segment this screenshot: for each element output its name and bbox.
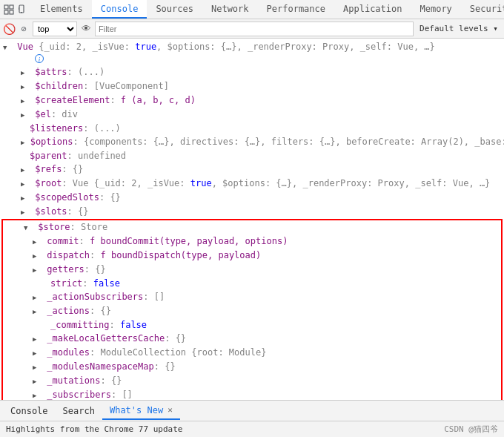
highlighted-store-section: $store: Store commit: f boundCommit(type… bbox=[1, 219, 503, 400]
svg-rect-3 bbox=[10, 10, 13, 14]
commit-expand[interactable] bbox=[33, 235, 42, 248]
tab-memory[interactable]: Memory bbox=[411, 0, 461, 19]
line-strict[interactable]: strict: false bbox=[3, 277, 501, 290]
line-el[interactable]: $el: div bbox=[0, 108, 504, 122]
clear-icon[interactable]: 🚫 bbox=[3, 23, 15, 35]
line-mutations[interactable]: _mutations: {} bbox=[3, 374, 501, 388]
line-scopedslots[interactable]: $scopedSlots: {} bbox=[0, 191, 504, 205]
filter-input[interactable] bbox=[95, 22, 414, 36]
getters-expand[interactable] bbox=[33, 263, 42, 276]
line-parent[interactable]: $parent: undefined bbox=[0, 149, 504, 162]
mutations-expand[interactable] bbox=[33, 375, 42, 387]
svg-rect-2 bbox=[4, 10, 8, 14]
actions-expand[interactable] bbox=[33, 305, 42, 318]
bottom-tab-whatsnew[interactable]: What's New ✕ bbox=[102, 402, 180, 420]
line-listeners[interactable]: $listeners: (...) bbox=[0, 122, 504, 135]
line-slots[interactable]: $slots: {} bbox=[0, 205, 504, 219]
settings-icon[interactable]: ⊘ bbox=[18, 23, 30, 35]
dispatch-expand[interactable] bbox=[33, 249, 42, 262]
children-expand[interactable] bbox=[21, 80, 30, 93]
svg-rect-1 bbox=[10, 5, 13, 9]
createelement-expand[interactable] bbox=[21, 94, 30, 107]
svg-rect-4 bbox=[19, 5, 24, 13]
console-toolbar: 🚫 ⊘ top 👁 Default levels ▾ bbox=[0, 19, 504, 39]
status-bar: Highlights from the Chrome 77 update CSD… bbox=[0, 421, 504, 437]
status-message: Highlights from the Chrome 77 update bbox=[6, 424, 182, 434]
line-dispatch[interactable]: dispatch: f boundDispatch(type, payload) bbox=[3, 249, 501, 263]
subscribers-expand[interactable] bbox=[33, 389, 42, 400]
line-makelocal[interactable]: _makeLocalGettersCache: {} bbox=[3, 332, 501, 346]
tab-console[interactable]: Console bbox=[92, 0, 147, 19]
makelocal-expand[interactable] bbox=[33, 332, 42, 345]
svg-rect-5 bbox=[21, 12, 22, 13]
bottom-tab-console[interactable]: Console bbox=[3, 403, 56, 419]
watermark: CSDN @猫四爷 bbox=[444, 424, 498, 435]
line-attrs[interactable]: $attrs: (...) bbox=[0, 65, 504, 79]
attrs-expand[interactable] bbox=[21, 66, 30, 79]
tab-application[interactable]: Application bbox=[334, 0, 411, 19]
line-options[interactable]: $options: {components: {…}, directives: … bbox=[0, 135, 504, 149]
mobile-icon[interactable] bbox=[16, 4, 28, 16]
modules-expand[interactable] bbox=[33, 346, 42, 359]
line-root[interactable]: $root: Vue {_uid: 2, _isVue: true, $opti… bbox=[0, 177, 504, 191]
main-tab-bar: Elements Console Sources Network Perform… bbox=[0, 0, 504, 19]
actionsubscribers-expand[interactable] bbox=[33, 291, 42, 303]
store-expand[interactable] bbox=[24, 221, 33, 234]
tab-sources[interactable]: Sources bbox=[147, 0, 202, 19]
line-createelement[interactable]: $createElement: f (a, b, c, d) bbox=[0, 93, 504, 108]
tab-security[interactable]: Security bbox=[461, 0, 504, 19]
tab-performance[interactable]: Performance bbox=[258, 0, 334, 19]
svg-rect-0 bbox=[4, 5, 8, 9]
slots-expand[interactable] bbox=[21, 206, 30, 218]
line-children[interactable]: $children: [VueComponent] bbox=[0, 79, 504, 93]
line-committing[interactable]: _committing: false bbox=[3, 318, 501, 332]
root-expand[interactable] bbox=[21, 177, 30, 190]
scopedslots-expand[interactable] bbox=[21, 191, 30, 204]
vue-root-expand[interactable] bbox=[3, 41, 12, 53]
line-actions[interactable]: _actions: {} bbox=[3, 304, 501, 318]
default-levels-dropdown[interactable]: Default levels ▾ bbox=[417, 24, 501, 33]
console-output: Vue {_uid: 2, _isVue: true, $options: {…… bbox=[0, 39, 504, 400]
line-subscribers[interactable]: _subscribers: [] bbox=[3, 388, 501, 400]
el-expand[interactable] bbox=[21, 108, 30, 121]
line-refs[interactable]: $refs: {} bbox=[0, 162, 504, 177]
toolbar-icons bbox=[0, 0, 31, 19]
console-line-vue-root[interactable]: Vue {_uid: 2, _isVue: true, $options: {…… bbox=[0, 40, 504, 65]
bottom-tab-search[interactable]: Search bbox=[56, 403, 102, 419]
inspect-icon[interactable] bbox=[3, 4, 15, 16]
line-modules[interactable]: _modules: ModuleCollection {root: Module… bbox=[3, 346, 501, 360]
line-getters[interactable]: getters: {} bbox=[3, 263, 501, 277]
tab-elements[interactable]: Elements bbox=[31, 0, 92, 19]
line-commit[interactable]: commit: f boundCommit(type, payload, opt… bbox=[3, 234, 501, 249]
close-whatsnew-button[interactable]: ✕ bbox=[168, 405, 173, 415]
context-select[interactable]: top bbox=[33, 22, 77, 36]
eye-icon[interactable]: 👁 bbox=[80, 23, 92, 35]
bottom-tab-bar: Console Search What's New ✕ bbox=[0, 400, 504, 421]
refs-expand[interactable] bbox=[21, 163, 30, 176]
info-icon[interactable]: i bbox=[35, 54, 44, 63]
line-modulesnm[interactable]: _modulesNamespaceMap: {} bbox=[3, 360, 501, 374]
line-actionsubscribers[interactable]: _actionSubscribers: [] bbox=[3, 290, 501, 304]
modulesnm-expand[interactable] bbox=[33, 361, 42, 373]
tab-network[interactable]: Network bbox=[202, 0, 258, 19]
svg-rect-6 bbox=[19, 7, 19, 10]
line-store[interactable]: $store: Store bbox=[3, 220, 501, 234]
